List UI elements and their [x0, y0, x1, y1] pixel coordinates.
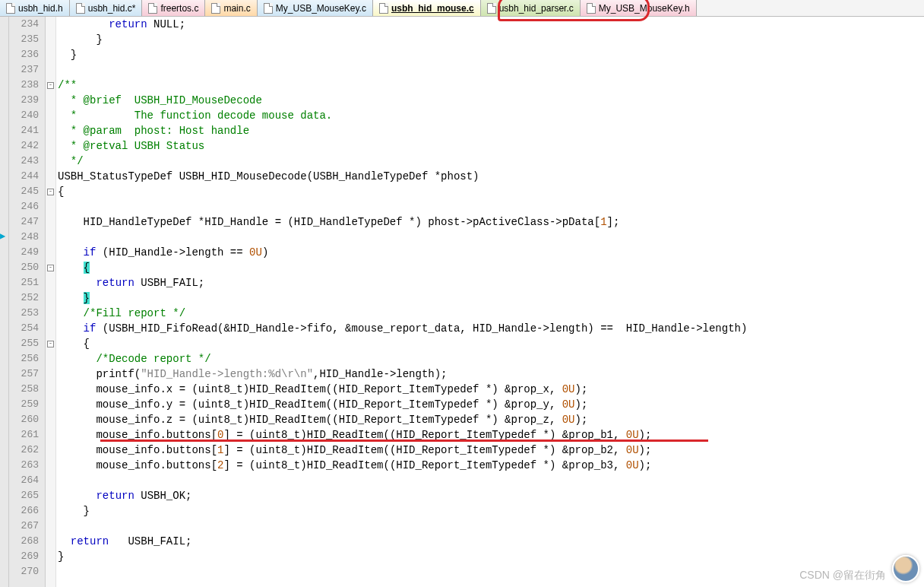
- fold-cell[interactable]: [46, 230, 55, 245]
- fold-cell[interactable]: [46, 245, 55, 260]
- tab-mainc[interactable]: main.c: [205, 0, 257, 16]
- code-line[interactable]: mouse_info.buttons[0] = (uint8_t)HID_Rea…: [58, 427, 924, 443]
- code-line[interactable]: USBH_StatusTypeDef USBH_HID_MouseDecode(…: [58, 169, 924, 184]
- fold-cell[interactable]: [46, 458, 55, 473]
- code-line[interactable]: mouse_info.buttons[1] = (uint8_t)HID_Rea…: [58, 443, 924, 458]
- fold-cell[interactable]: [46, 93, 55, 108]
- code-line[interactable]: {: [58, 336, 924, 351]
- code-line[interactable]: {: [58, 184, 924, 199]
- tab-usbh_hidh[interactable]: usbh_hid.h: [0, 0, 70, 16]
- line-number: 238: [9, 78, 39, 93]
- fold-cell[interactable]: -: [46, 184, 55, 199]
- fold-cell[interactable]: [46, 123, 55, 138]
- code-line[interactable]: [58, 564, 924, 579]
- fold-cell[interactable]: [46, 306, 55, 321]
- code-line[interactable]: mouse_info.x = (uint8_t)HID_ReadItem((HI…: [58, 382, 924, 397]
- code-line[interactable]: mouse_info.buttons[2] = (uint8_t)HID_Rea…: [58, 458, 924, 473]
- code-line[interactable]: /*Fill report */: [58, 306, 924, 321]
- code-line[interactable]: [58, 519, 924, 534]
- fold-toggle-icon[interactable]: -: [47, 82, 54, 89]
- fold-toggle-icon[interactable]: -: [47, 189, 54, 195]
- fold-cell[interactable]: [46, 138, 55, 154]
- code-line[interactable]: */: [58, 154, 924, 169]
- tab-freertosc[interactable]: freertos.c: [142, 0, 205, 16]
- fold-cell[interactable]: -: [46, 260, 55, 275]
- code-line[interactable]: /*Decode report */: [58, 351, 924, 366]
- code-line[interactable]: /**: [58, 78, 924, 93]
- code-line[interactable]: [58, 199, 924, 214]
- fold-cell[interactable]: [46, 17, 55, 32]
- fold-cell[interactable]: [46, 214, 55, 230]
- fold-cell[interactable]: [46, 412, 55, 427]
- code-line[interactable]: if (HID_Handle->length == 0U): [58, 245, 924, 260]
- fold-cell[interactable]: [46, 503, 55, 519]
- fold-cell[interactable]: -: [46, 78, 55, 93]
- code-line[interactable]: mouse_info.z = (uint8_t)HID_ReadItem((HI…: [58, 412, 924, 427]
- code-line[interactable]: }: [58, 47, 924, 62]
- fold-cell[interactable]: [46, 397, 55, 412]
- fold-cell[interactable]: [46, 366, 55, 382]
- fold-toggle-icon[interactable]: -: [47, 265, 54, 271]
- fold-cell[interactable]: [46, 382, 55, 397]
- code-line[interactable]: {: [58, 260, 924, 275]
- code-line[interactable]: return NULL;: [58, 17, 924, 32]
- code-line[interactable]: [58, 230, 924, 245]
- file-icon: [379, 3, 388, 14]
- file-icon: [76, 3, 85, 14]
- fold-cell[interactable]: [46, 473, 55, 488]
- fold-cell[interactable]: [46, 47, 55, 62]
- line-number: 236: [9, 47, 39, 62]
- code-line[interactable]: }: [58, 32, 924, 47]
- line-number: 240: [9, 108, 39, 123]
- code-line[interactable]: return USBH_FAIL;: [58, 275, 924, 290]
- fold-cell[interactable]: [46, 275, 55, 290]
- code-line[interactable]: return USBH_OK;: [58, 488, 924, 503]
- fold-cell[interactable]: [46, 549, 55, 564]
- line-number: 255: [9, 336, 39, 351]
- fold-cell[interactable]: [46, 443, 55, 458]
- tab-my_usb_mousekeyc[interactable]: My_USB_MouseKey.c: [258, 0, 373, 16]
- code-line[interactable]: }: [58, 503, 924, 519]
- fold-cell[interactable]: [46, 169, 55, 184]
- fold-cell[interactable]: [46, 488, 55, 503]
- tab-label: usbh_hid_parser.c: [499, 3, 574, 14]
- code-line[interactable]: [58, 62, 924, 78]
- fold-cell[interactable]: -: [46, 336, 55, 351]
- tab-usbh_hidc[interactable]: usbh_hid.c*: [70, 0, 143, 16]
- code-line[interactable]: * @param phost: Host handle: [58, 123, 924, 138]
- fold-cell[interactable]: [46, 154, 55, 169]
- code-line[interactable]: mouse_info.y = (uint8_t)HID_ReadItem((HI…: [58, 397, 924, 412]
- fold-cell[interactable]: [46, 62, 55, 78]
- fold-cell[interactable]: [46, 351, 55, 366]
- tab-my_usb_mousekeyh[interactable]: My_USB_MouseKey.h: [581, 0, 697, 16]
- code-line[interactable]: }: [58, 549, 924, 564]
- tab-label: My_USB_MouseKey.c: [276, 3, 366, 14]
- code-line[interactable]: return USBH_FAIL;: [58, 534, 924, 549]
- fold-toggle-icon[interactable]: -: [47, 341, 54, 347]
- line-number-gutter: 2342352362372382392402412422432442452462…: [9, 17, 46, 587]
- code-line[interactable]: [58, 473, 924, 488]
- code-line[interactable]: }: [58, 290, 924, 306]
- tab-usbh_hid_parserc[interactable]: usbh_hid_parser.c: [481, 0, 581, 16]
- fold-cell[interactable]: [46, 564, 55, 579]
- tab-label: freertos.c: [160, 3, 198, 14]
- fold-cell[interactable]: [46, 32, 55, 47]
- code-line[interactable]: if (USBH_HID_FifoRead(&HID_Handle->fifo,…: [58, 321, 924, 336]
- code-area[interactable]: return NULL; } }/** * @brief USBH_HID_Mo…: [56, 17, 924, 587]
- line-number: 261: [9, 427, 39, 443]
- code-line[interactable]: * @brief USBH_HID_MouseDecode: [58, 93, 924, 108]
- code-line[interactable]: * The function decode mouse data.: [58, 108, 924, 123]
- fold-cell[interactable]: [46, 519, 55, 534]
- fold-cell[interactable]: [46, 534, 55, 549]
- line-number: 239: [9, 93, 39, 108]
- fold-cell[interactable]: [46, 321, 55, 336]
- fold-cell[interactable]: [46, 108, 55, 123]
- tab-usbh_hid_mousec[interactable]: usbh_hid_mouse.c: [373, 0, 481, 16]
- code-line[interactable]: HID_HandleTypeDef *HID_Handle = (HID_Han…: [58, 214, 924, 230]
- fold-cell[interactable]: [46, 427, 55, 443]
- line-number: 260: [9, 412, 39, 427]
- fold-cell[interactable]: [46, 199, 55, 214]
- code-line[interactable]: printf("HID_Handle->length:%d\r\n",HID_H…: [58, 366, 924, 382]
- fold-cell[interactable]: [46, 290, 55, 306]
- code-line[interactable]: * @retval USBH Status: [58, 138, 924, 154]
